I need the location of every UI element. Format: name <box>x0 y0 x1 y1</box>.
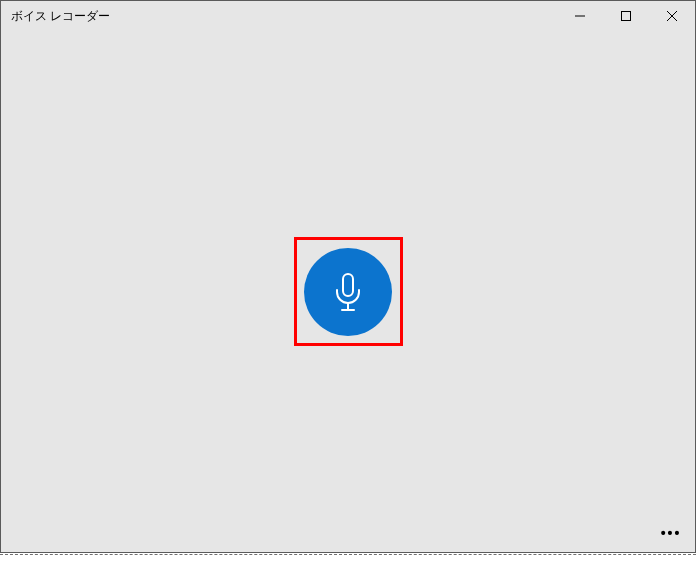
maximize-icon <box>621 11 631 21</box>
record-button[interactable] <box>304 248 392 336</box>
microphone-icon <box>331 272 365 312</box>
more-button[interactable]: ••• <box>651 517 691 549</box>
window-controls <box>557 1 695 31</box>
svg-rect-1 <box>622 12 631 21</box>
highlight-box <box>294 237 403 346</box>
minimize-button[interactable] <box>557 1 603 31</box>
bottom-separator <box>0 554 696 555</box>
app-window: ボイス レコーダー <box>0 0 696 553</box>
content-area: ••• <box>1 31 695 552</box>
window-title: ボイス レコーダー <box>11 8 110 25</box>
maximize-button[interactable] <box>603 1 649 31</box>
more-icon: ••• <box>661 526 682 540</box>
close-icon <box>667 11 677 21</box>
minimize-icon <box>575 11 585 21</box>
titlebar: ボイス レコーダー <box>1 1 695 31</box>
svg-rect-4 <box>343 274 353 296</box>
close-button[interactable] <box>649 1 695 31</box>
